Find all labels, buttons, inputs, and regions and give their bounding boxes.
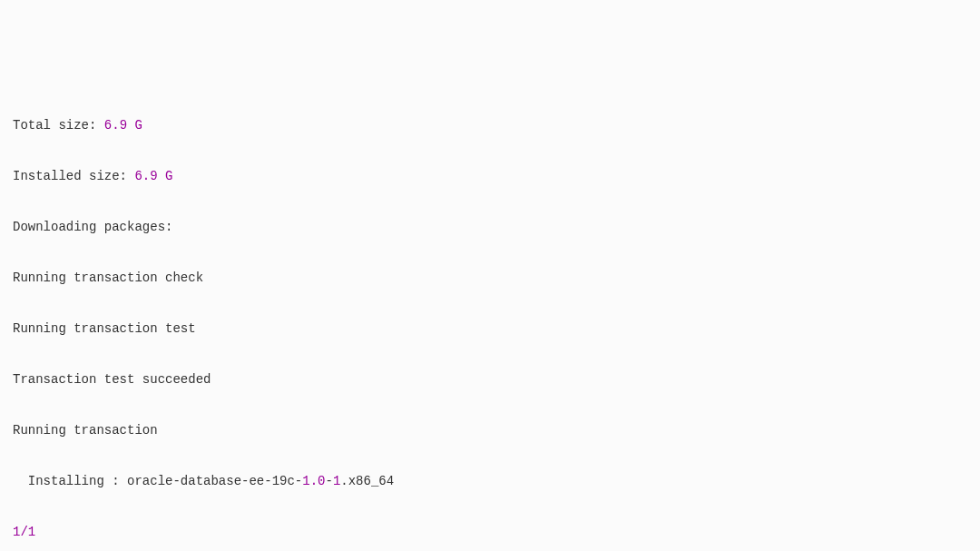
line-total-size: Total size: 6.9 G (13, 113, 967, 138)
line-installed-size: Installed size: 6.9 G (13, 163, 967, 189)
label-installed-size: Installed size: (13, 169, 134, 183)
value-installed-size: 6.9 G (134, 169, 172, 183)
value-total-size: 6.9 G (104, 118, 142, 133)
installing-suffix: .x86_64 (340, 474, 394, 488)
installing-prefix: Installing : oracle-database-ee-19c- (13, 474, 302, 488)
progress-1: 1/1 (13, 519, 967, 545)
installing-dash: - (325, 474, 332, 488)
line-downloading: Downloading packages: (13, 214, 967, 240)
label-total-size: Total size: (13, 118, 104, 133)
line-run-check: Running transaction check (13, 265, 967, 290)
installing-v1: 1.0 (302, 474, 325, 488)
line-run-transaction: Running transaction (13, 418, 967, 443)
line-run-test: Running transaction test (13, 316, 967, 341)
line-installing: Installing : oracle-database-ee-19c-1.0-… (13, 468, 967, 494)
line-test-succeeded: Transaction test succeeded (13, 367, 967, 392)
